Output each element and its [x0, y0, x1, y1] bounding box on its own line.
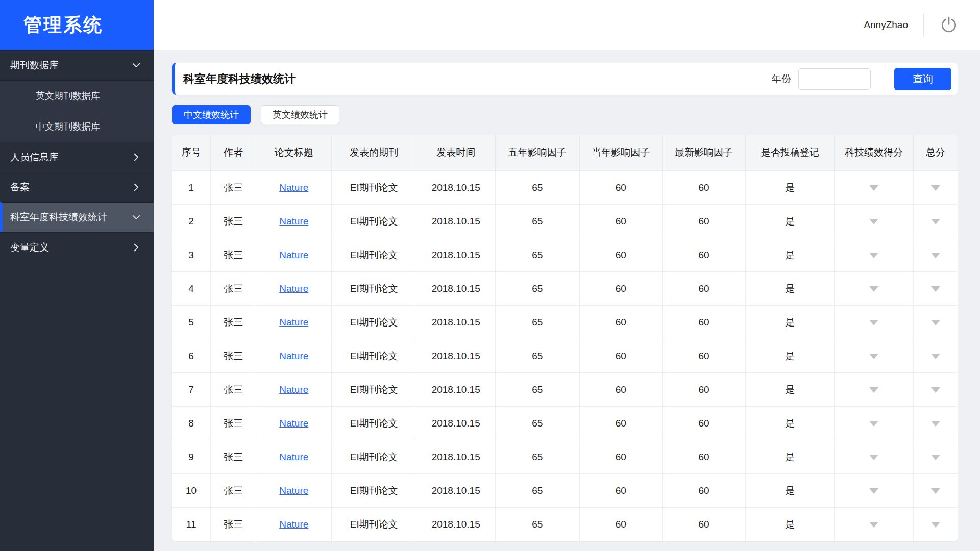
cell-total-score	[914, 339, 958, 373]
dropdown-arrow-icon[interactable]	[869, 354, 878, 359]
username[interactable]: AnnyZhao	[864, 19, 908, 31]
table-header: 序号作者论文标题发表的期刊发表时间五年影响因子当年影响因子最新影响因子是否投稿登…	[172, 135, 958, 171]
paper-title-link[interactable]: Nature	[279, 384, 308, 395]
cell-title: Nature	[256, 373, 332, 407]
dropdown-arrow-icon[interactable]	[931, 354, 940, 359]
table-row: 6张三NatureEI期刊论文2018.10.15656060是	[172, 339, 958, 373]
cell-current-year: 60	[580, 373, 663, 407]
cell-tech-performance-score	[835, 238, 914, 272]
dropdown-arrow-icon[interactable]	[931, 455, 940, 460]
cell-total-score	[914, 238, 958, 272]
dropdown-arrow-icon[interactable]	[869, 488, 878, 494]
cell-five-year: 65	[496, 474, 580, 508]
sidebar-item-journal-database[interactable]: 期刊数据库	[0, 50, 154, 80]
sidebar-item-annual-performance-stats[interactable]: 科室年度科技绩效统计	[0, 202, 154, 232]
cell-total-score	[914, 508, 958, 541]
sidebar-item-variable-definition[interactable]: 变量定义	[0, 232, 154, 262]
column-header: 总分	[914, 135, 958, 171]
cell-current-year: 60	[580, 339, 663, 373]
column-header: 论文标题	[256, 135, 332, 171]
cell-current-year: 60	[580, 440, 663, 474]
cell-title: Nature	[256, 440, 332, 474]
cell-no: 1	[172, 171, 211, 205]
dropdown-arrow-icon[interactable]	[931, 185, 940, 191]
dropdown-arrow-icon[interactable]	[869, 320, 878, 325]
tab-chinese-performance-stats[interactable]: 中文绩效统计	[172, 105, 251, 124]
power-logout-icon[interactable]	[939, 15, 959, 35]
dropdown-arrow-icon[interactable]	[869, 421, 878, 427]
dropdown-arrow-icon[interactable]	[869, 185, 878, 191]
dropdown-arrow-icon[interactable]	[931, 253, 940, 258]
cell-date: 2018.10.15	[416, 373, 496, 407]
dropdown-arrow-icon[interactable]	[869, 253, 878, 258]
year-input[interactable]	[798, 68, 871, 90]
cell-five-year: 65	[496, 440, 580, 474]
sidebar-item-label: 人员信息库	[10, 151, 59, 164]
cell-no: 10	[172, 474, 211, 508]
cell-latest: 60	[663, 474, 746, 508]
dropdown-arrow-icon[interactable]	[869, 219, 878, 224]
sidebar-item-filing[interactable]: 备案	[0, 172, 154, 202]
cell-five-year: 65	[496, 205, 580, 238]
sidebar-item-chinese-journal-database[interactable]: 中文期刊数据库	[0, 111, 154, 142]
table-row: 7张三NatureEI期刊论文2018.10.15656060是	[172, 373, 958, 407]
cell-date: 2018.10.15	[416, 171, 496, 205]
tab-english-performance-stats[interactable]: 英文绩效统计	[261, 105, 339, 124]
cell-author: 张三	[211, 272, 256, 306]
dropdown-arrow-icon[interactable]	[931, 488, 940, 494]
paper-title-link[interactable]: Nature	[279, 485, 308, 496]
cell-five-year: 65	[496, 306, 580, 339]
dropdown-arrow-icon[interactable]	[869, 522, 878, 528]
dropdown-arrow-icon[interactable]	[931, 387, 940, 393]
cell-journal: EI期刊论文	[332, 474, 416, 508]
topbar-divider	[923, 14, 924, 36]
cell-author: 张三	[211, 306, 256, 339]
paper-title-link[interactable]: Nature	[279, 519, 308, 530]
dropdown-arrow-icon[interactable]	[931, 421, 940, 427]
cell-current-year: 60	[580, 238, 663, 272]
cell-date: 2018.10.15	[416, 238, 496, 272]
cell-tech-performance-score	[835, 440, 914, 474]
cell-author: 张三	[211, 373, 256, 407]
cell-latest: 60	[663, 373, 746, 407]
cell-author: 张三	[211, 407, 256, 440]
sidebar: 管理系统 期刊数据库 英文期刊数据库 中文期刊数据库 人员信息库 备案	[0, 0, 154, 551]
paper-title-link[interactable]: Nature	[279, 283, 308, 294]
column-header: 作者	[211, 135, 256, 171]
dropdown-arrow-icon[interactable]	[931, 320, 940, 325]
paper-title-link[interactable]: Nature	[279, 418, 308, 429]
cell-no: 8	[172, 407, 211, 440]
paper-title-link[interactable]: Nature	[279, 317, 308, 328]
paper-title-link[interactable]: Nature	[279, 350, 308, 361]
dropdown-arrow-icon[interactable]	[869, 455, 878, 460]
query-button[interactable]: 查询	[894, 68, 951, 90]
cell-current-year: 60	[580, 171, 663, 205]
cell-title: Nature	[256, 474, 332, 508]
paper-title-link[interactable]: Nature	[279, 182, 308, 193]
cell-latest: 60	[663, 306, 746, 339]
dropdown-arrow-icon[interactable]	[931, 522, 940, 528]
page-title-bar: 科室年度科技绩效统计 年份 查询	[172, 63, 958, 95]
cell-tech-performance-score	[835, 339, 914, 373]
cell-title: Nature	[256, 272, 332, 306]
cell-journal: EI期刊论文	[332, 440, 416, 474]
dropdown-arrow-icon[interactable]	[931, 286, 940, 292]
paper-title-link[interactable]: Nature	[279, 452, 308, 462]
cell-date: 2018.10.15	[416, 272, 496, 306]
cell-title: Nature	[256, 407, 332, 440]
table-row: 11张三NatureEI期刊论文2018.10.15656060是	[172, 508, 958, 541]
cell-latest: 60	[663, 339, 746, 373]
cell-date: 2018.10.15	[416, 339, 496, 373]
cell-author: 张三	[211, 205, 256, 238]
stats-tabs: 中文绩效统计 英文绩效统计	[172, 105, 958, 124]
sidebar-item-english-journal-database[interactable]: 英文期刊数据库	[0, 81, 154, 111]
sidebar-item-personnel-info[interactable]: 人员信息库	[0, 142, 154, 172]
dropdown-arrow-icon[interactable]	[869, 286, 878, 292]
paper-title-link[interactable]: Nature	[279, 216, 308, 227]
dropdown-arrow-icon[interactable]	[931, 219, 940, 224]
chevron-right-icon	[131, 242, 141, 253]
dropdown-arrow-icon[interactable]	[869, 387, 878, 393]
cell-tech-performance-score	[835, 407, 914, 440]
cell-current-year: 60	[580, 474, 663, 508]
paper-title-link[interactable]: Nature	[279, 249, 308, 260]
